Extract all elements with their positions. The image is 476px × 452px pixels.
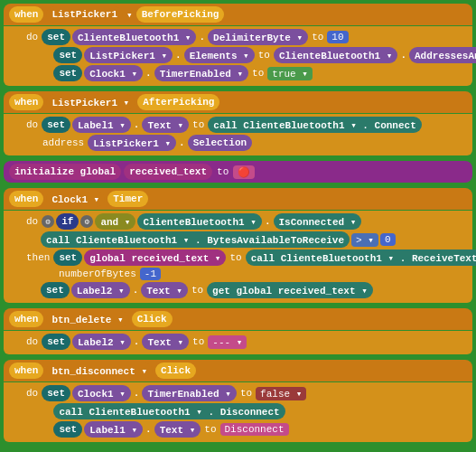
gear-icon-2: ⚙: [80, 215, 93, 228]
timer-enabled-prop: TimerEnabled ▾: [154, 65, 248, 81]
when-label-2: when: [9, 94, 43, 110]
spacer-4: [26, 424, 50, 435]
block-clock-timer: when Clock1 ▾ Timer do ⚙ if ⚙ and ▾ Clie…: [4, 188, 472, 303]
set-label-connect-row: do set Label1 ▾ . Text ▾ to call Cliente…: [24, 117, 468, 133]
set-timer-false-row: do set Clock1 ▾ . TimerEnabled ▾ to fals…: [24, 385, 468, 401]
label2-text-prop: Label2 ▾: [71, 282, 130, 298]
to-3: to: [252, 68, 264, 79]
clock1-timer: Clock1 ▾: [84, 65, 143, 81]
btn-disconnect-label: btn_disconnect ▾: [46, 363, 153, 379]
to-1: to: [312, 32, 323, 42]
if-label: if: [56, 213, 79, 230]
do-label-4: do: [26, 336, 38, 347]
isconnected-prop: IsConnected ▾: [274, 213, 362, 230]
to-5: to: [229, 252, 241, 263]
text-prop-3: Text ▾: [141, 282, 188, 298]
clock1-timer-2: Clock1 ▾: [72, 385, 131, 401]
delimiter-value: 10: [327, 31, 348, 43]
address-row: address ListPicker1 ▾ . Selection: [41, 135, 468, 151]
address-label: address: [42, 137, 84, 148]
when-label-5: when: [9, 363, 43, 379]
elements-prop: Elements ▾: [184, 47, 255, 63]
timer-enabled-prop-2: TimerEnabled ▾: [142, 385, 236, 401]
gear-icon: ⚙: [42, 215, 54, 228]
set-label2-row: set Label2 ▾ . Text ▾ to get global rece…: [41, 282, 468, 298]
block-btn-disconnect: when btn_disconnect ▾ Click do set Clock…: [4, 360, 472, 442]
call-receive: call ClienteBluetooth1 ▾ . ReceiveText: [246, 250, 476, 266]
then-label-row: then set global received_text ▾ to call …: [24, 250, 468, 266]
listpicker1-label: ListPicker1: [46, 6, 123, 23]
call-disconnect-row: call ClienteBluetooth1 ▾ . Disconnect: [24, 403, 468, 419]
click-event-label-2: Click: [155, 363, 196, 379]
block-after-picking: when ListPicker1 ▾ AfterPicking do set L…: [4, 91, 472, 155]
bytes-available-row: call ClienteBluetooth1 ▾ . BytesAvailabl…: [41, 231, 468, 248]
initialize-global-block: initialize global received_text to 🔴: [4, 161, 472, 183]
block-btn-delete: when btn_delete ▾ Click do set Label2 ▾ …: [4, 308, 472, 354]
before-picking-label: BeforePicking: [136, 6, 225, 23]
when-disconnect-click-header[interactable]: when btn_disconnect ▾ Click: [4, 360, 472, 381]
after-picking-body: do set Label1 ▾ . Text ▾ to call Cliente…: [4, 114, 472, 155]
delete-body: do set Label2 ▾ . Text ▾ to --- ▾: [4, 331, 472, 354]
when-before-picking-header[interactable]: when ListPicker1 ▾ BeforePicking: [4, 4, 472, 25]
timer-body: do ⚙ if ⚙ and ▾ ClienteBluetooth1 ▾ . Is…: [4, 211, 472, 303]
when-label-3: when: [9, 191, 43, 207]
false-value: false ▾: [256, 387, 306, 400]
to-7: to: [192, 336, 204, 347]
init-value: 🔴: [233, 165, 255, 179]
clock1-label: Clock1 ▾: [46, 191, 105, 207]
text-prop-4: Text ▾: [142, 334, 189, 350]
dash-value: --- ▾: [208, 335, 247, 349]
disconnect-value: Disconnect: [220, 423, 289, 436]
set-label2-set: set: [41, 282, 70, 298]
set-timer-set: set: [53, 65, 82, 81]
neg-one-value: -1: [140, 268, 161, 280]
if-row: do ⚙ if ⚙ and ▾ ClienteBluetooth1 ▾ . Is…: [24, 213, 468, 230]
text-prop-5: Text ▾: [154, 421, 201, 438]
listpicker1-label-2: ListPicker1 ▾: [46, 94, 135, 110]
set-timer-false-set: set: [42, 385, 70, 401]
when-delete-click-header[interactable]: when btn_delete ▾ Click: [4, 308, 472, 330]
set-label1-set: set: [42, 117, 70, 133]
to-9: to: [204, 424, 216, 435]
when-after-picking-header[interactable]: when ListPicker1 ▾ AfterPicking: [4, 91, 472, 113]
set-delimiter-set: set: [42, 29, 70, 45]
spacer-1: [26, 50, 50, 61]
spacer-2: [26, 68, 50, 79]
when-label: when: [9, 6, 43, 23]
before-picking-body: do set ClienteBluetooth1 ▾ . DelimiterBy…: [4, 26, 472, 86]
after-picking-label: AfterPicking: [137, 94, 219, 110]
btn-delete-label: btn_delete ▾: [46, 311, 128, 327]
do-label-1: do: [26, 32, 38, 42]
set-received-set: set: [53, 250, 82, 266]
block-before-picking: when ListPicker1 ▾ BeforePicking do set …: [4, 4, 472, 86]
call-connect: call ClienteBluetooth1 ▾ . Connect: [208, 117, 421, 133]
disconnect-body: do set Clock1 ▾ . TimerEnabled ▾ to fals…: [4, 382, 472, 442]
do-label-2: do: [26, 119, 38, 130]
text-prop-2: Text ▾: [142, 117, 189, 133]
selection-prop: Selection: [188, 135, 252, 151]
isconnected-pill: ClienteBluetooth1 ▾: [137, 213, 261, 230]
addresses-and-names: AddressesAndNames ▾: [409, 47, 476, 63]
set-delimiter-row: do set ClienteBluetooth1 ▾ . DelimiterBy…: [24, 29, 468, 45]
cliente-bluetooth-delimiter: ClienteBluetooth1 ▾: [72, 29, 196, 45]
do-label-5: do: [26, 388, 38, 399]
to-4: to: [192, 119, 204, 130]
delimiter-byte-prop: DelimiterByte ▾: [208, 29, 308, 45]
set-elements-set: set: [53, 47, 82, 63]
timer-event-label: Timer: [107, 191, 148, 207]
label1-text: Label1 ▾: [72, 117, 131, 133]
set-elements-row: set ListPicker1 ▾ . Elements ▾ to Client…: [24, 47, 468, 63]
blocks-container: when ListPicker1 ▾ BeforePicking do set …: [4, 4, 472, 447]
received-text-var: received_text: [124, 164, 212, 180]
initialize-label: initialize global: [9, 164, 121, 180]
global-received-text: global received_text ▾: [84, 250, 226, 266]
when-timer-header[interactable]: when Clock1 ▾ Timer: [4, 188, 472, 210]
set-label2-dash-row: do set Label2 ▾ . Text ▾ to --- ▾: [24, 334, 468, 350]
to-6: to: [191, 285, 203, 296]
click-event-label: Click: [132, 311, 173, 327]
listpicker1-selection: ListPicker1 ▾: [88, 135, 176, 151]
zero-value: 0: [380, 233, 396, 246]
get-received-text: get global received_text ▾: [207, 282, 373, 298]
and-label: and ▾: [95, 213, 135, 230]
when-label-4: when: [9, 311, 43, 327]
